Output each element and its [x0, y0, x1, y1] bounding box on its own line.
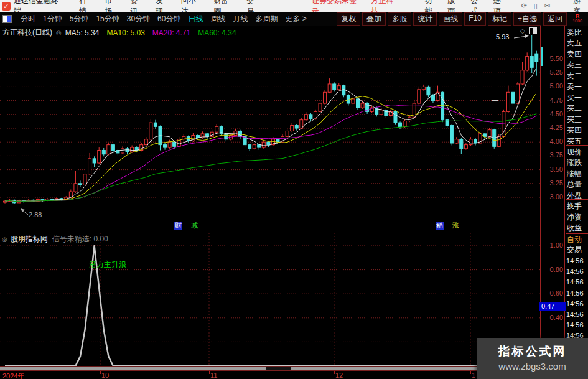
price-axis-label: 3.00	[539, 193, 563, 200]
action-button[interactable]: 画线	[439, 12, 462, 26]
ticker-char: 财	[174, 222, 182, 230]
tick-time: 14:56	[566, 268, 584, 275]
sidebar-row: 现价	[567, 147, 582, 157]
auto-trade-button-bottom[interactable]: 交易	[567, 245, 582, 255]
period-item[interactable]: 更多 >	[281, 14, 310, 24]
tick-time: 14:56	[566, 278, 584, 286]
period-item[interactable]: 5分钟	[66, 14, 93, 24]
action-button[interactable]: 多股	[388, 12, 411, 26]
sidebar-divider	[566, 199, 588, 200]
sidebar-row: 涨幅	[567, 169, 582, 179]
split-window-icon[interactable]	[529, 27, 537, 34]
indicator-axis-label: 0.80	[539, 266, 563, 273]
panel-collapse-icon[interactable]: ◎	[56, 29, 62, 36]
ma-legend-item: MA5: 5.34	[65, 29, 100, 37]
indicator-axis-label: 0.40	[539, 314, 563, 321]
indicator-axis-label: 1.00	[539, 241, 563, 249]
tick-time: 14:56	[566, 300, 584, 307]
ticker-char: 涨	[452, 222, 460, 230]
sidebar-row: 买一	[567, 93, 582, 103]
period-item[interactable]: 周线	[207, 14, 229, 24]
month-tick	[100, 371, 101, 374]
period-item[interactable]: 日线	[184, 14, 207, 24]
chart-corner-icons: ◇	[520, 27, 537, 34]
action-button[interactable]: 返回	[543, 12, 567, 26]
ticker-char: 减	[190, 222, 198, 230]
period-item[interactable]: 30分钟	[123, 14, 154, 24]
ticker-char: 稍	[436, 222, 444, 230]
indicator-value-marker: 0.47	[539, 302, 566, 311]
sidebar-row: 卖五	[567, 38, 582, 49]
r-1000-badge[interactable]: R 1000	[568, 14, 587, 24]
watermark-url: www.zbgs3.com	[477, 361, 588, 372]
month-tick	[470, 371, 471, 374]
period-item[interactable]: 月线	[229, 14, 251, 24]
diamond-icon[interactable]: ◇	[520, 27, 525, 34]
market-data-panel: 委比卖五卖四卖三卖二卖一买一买二买三买四买五现价涨跌涨幅总量外盘换手净资收益 自…	[566, 26, 588, 379]
price-axis-label: 4.50	[539, 110, 563, 118]
indicator-axis-label: 0.60	[539, 289, 563, 297]
price-axis-label: 5.50	[539, 55, 563, 62]
mail-icon[interactable]: ✉	[544, 2, 550, 10]
low-annotation: 2.88	[29, 211, 42, 218]
price-axis-label: 4.00	[539, 138, 563, 145]
ma-legend-item: MA60: 4.34	[198, 29, 236, 37]
tdx-terminal-window: ✓ 通达信金融终端 行情市场资讯发现问小达财富圈交易 证券交易未登录 方正科技 …	[0, 0, 588, 379]
tick-time: 14:56	[566, 321, 584, 329]
tick-time: 14:56	[566, 257, 584, 264]
period-item[interactable]: 多周期	[251, 14, 281, 24]
month-label: 2024年	[2, 372, 24, 379]
month-tick	[209, 371, 210, 374]
sidebar-row: 卖四	[567, 49, 582, 60]
price-axis-label: 5.00	[539, 82, 563, 90]
tick-time: 14:56	[566, 311, 584, 318]
indicator-panel-header: ◎ 股朋指标网 信号未精选: 0.00	[2, 234, 108, 245]
action-button[interactable]: 统计	[413, 12, 437, 26]
sidebar-row: 总量	[567, 179, 582, 190]
period-item[interactable]: 分时	[17, 14, 39, 24]
top-menu-bar: ✓ 通达信金融终端 行情市场资讯发现问小达财富圈交易 证券交易未登录 方正科技 …	[0, 0, 588, 12]
layout-icon[interactable]	[2, 15, 12, 23]
sidebar-divider	[566, 233, 588, 234]
watermark: 指标公式网 www.zbgs3.com	[477, 338, 588, 379]
high-annotation: 5.93	[496, 33, 509, 40]
price-axis-label: 5.25	[539, 68, 563, 76]
action-button[interactable]: +自选	[513, 12, 541, 26]
sidebar-row: 买二	[567, 103, 582, 114]
period-item[interactable]: 1分钟	[39, 14, 66, 24]
sidebar-divider	[566, 145, 588, 146]
h-scrollbar-thumb[interactable]	[0, 367, 266, 370]
panel-divider-line	[0, 232, 565, 232]
indicator-source: 股朋指标网	[11, 234, 48, 245]
sidebar-divider	[566, 37, 588, 37]
indicator-status: 信号未精选: 0.00	[52, 234, 108, 245]
auto-trade-button-top[interactable]: 自动	[567, 235, 582, 245]
sidebar-row: 卖三	[567, 60, 582, 70]
ma-legend-item: MA10: 5.03	[106, 29, 144, 37]
chart-title-row: 方正科技(日线) ◎ MA5: 5.34MA10: 5.03MA20: 4.71…	[2, 27, 244, 38]
period-toolbar: 分时1分钟5分钟15分钟30分钟60分钟日线周线月线多周期更多 > 复权叠加多股…	[0, 12, 588, 26]
kline-svg[interactable]	[0, 0, 588, 379]
indicator-collapse-icon[interactable]: ◎	[2, 236, 7, 243]
sidebar-row: 净资	[567, 212, 582, 223]
sidebar-row: 收益	[567, 223, 582, 233]
action-button[interactable]: 复权	[337, 12, 360, 26]
mobile-icon[interactable]: ▯	[534, 2, 538, 10]
chart-canvas[interactable]	[0, 0, 588, 379]
action-button[interactable]: 标记	[488, 12, 511, 26]
app-logo-icon[interactable]: ✓	[2, 2, 11, 11]
action-buttons: 复权叠加多股统计画线F10标记+自选返回	[335, 12, 567, 26]
action-button[interactable]: F10	[464, 12, 486, 26]
sidebar-row: 涨跌	[567, 157, 582, 168]
watermark-title: 指标公式网	[477, 344, 588, 360]
chart-title: 方正科技(日线)	[2, 27, 52, 38]
refresh-icon[interactable]: ⟳	[521, 2, 527, 10]
topbar-icons: ⟳▯✉	[521, 2, 558, 10]
sidebar-row: 买四	[567, 125, 582, 136]
period-item[interactable]: 15分钟	[92, 14, 123, 24]
price-axis-label: 3.50	[539, 166, 563, 173]
action-button[interactable]: 叠加	[362, 12, 386, 26]
price-axis-label: 3.75	[539, 151, 563, 159]
month-label: 10	[101, 372, 109, 379]
period-item[interactable]: 60分钟	[154, 14, 184, 24]
